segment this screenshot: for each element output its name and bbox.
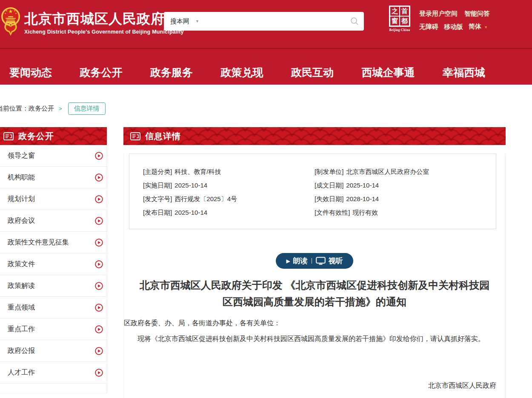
meta-label: [实施日期]	[143, 182, 172, 189]
nav-item[interactable]: 幸福西城	[443, 67, 485, 78]
sidebar-item[interactable]: 规划计划	[0, 188, 107, 210]
breadcrumb-current-chip[interactable]: 信息详情	[68, 102, 106, 115]
read-aloud-av-button[interactable]: ▶ 朗读 视听	[276, 253, 353, 269]
meta-value: 2025-10-14	[346, 182, 379, 189]
nav-item[interactable]: 政务服务	[150, 67, 193, 78]
search-icon	[350, 17, 359, 26]
sidebar-item[interactable]: 领导之窗	[0, 145, 107, 167]
meta-label: [发文字号]	[143, 195, 172, 202]
sidebar-item-label: 政策性文件意见征集	[8, 238, 69, 247]
document-paragraph: 现将《北京市西城区促进科技创新及中关村科技园区西城园高质量发展的若干措施》印发给…	[124, 334, 505, 344]
search-scope-select[interactable]: 搜本网 ▼	[170, 17, 199, 26]
sidebar-item-label: 机构职能	[8, 173, 35, 182]
meta-label: [文件有效性]	[315, 209, 350, 216]
cap-cell: 首	[400, 7, 409, 16]
meta-row: [发布日期]2025-10-14 [文件有效性]现行有效	[143, 206, 496, 219]
sidebar-item[interactable]: 政策性文件意见征集	[0, 232, 107, 253]
cap-cell: 之	[390, 7, 399, 16]
nav-item[interactable]: 西城企事通	[362, 67, 415, 78]
site-logo[interactable]: 北京市西城区人民政府 Xicheng District People's Gov…	[1, 6, 184, 37]
play-circle-icon	[95, 195, 103, 203]
quick-link[interactable]: 智能问答	[464, 9, 490, 17]
quick-links: 登录用户空间 智能问答 无障碍 移动版 简体 ▾	[419, 9, 490, 36]
meta-value: 北京市西城区人民政府办公室	[346, 168, 429, 175]
quick-link[interactable]: 移动版	[444, 23, 463, 31]
site-subtitle: Xicheng District People's Government of …	[24, 29, 184, 35]
sidebar-item[interactable]: 机构职能	[0, 167, 107, 188]
meta-value: 2028-10-14	[346, 195, 379, 202]
play-circle-icon	[95, 239, 103, 247]
meta-label: [失效日期]	[315, 195, 343, 202]
meta-cell-right: [文件有效性]现行有效	[315, 206, 496, 219]
cap-cell: 窗	[390, 17, 399, 26]
caret-down-icon: ▼	[195, 19, 199, 23]
sidebar-item[interactable]: 政策解读	[0, 275, 107, 297]
sidebar-item-label: 政府会议	[8, 216, 35, 225]
quick-link[interactable]: 无障碍	[419, 23, 438, 31]
language-select[interactable]: 简体 ▾	[469, 22, 487, 31]
nav-item[interactable]: 要闻动态	[9, 67, 52, 78]
caret-down-icon: ▾	[485, 25, 487, 29]
capital-window-logo[interactable]: 之 首 窗 都 Beijing-China	[388, 6, 411, 32]
capital-window-grid: 之 首 窗 都	[389, 6, 410, 27]
play-circle-icon	[95, 173, 103, 182]
meta-cell-left: [实施日期]2025-10-14	[143, 179, 315, 192]
sidebar-item[interactable]: 重点领域	[0, 297, 107, 318]
document-signature: 北京市西城区人民政府	[124, 381, 505, 390]
sidebar-item-label: 政策文件	[8, 260, 35, 269]
sidebar-item-label: 规划计划	[8, 195, 35, 204]
article-panel: 信息详情 [主题分类]科技、教育/科技 [制发单位]北京市西城区人民政府办公室	[123, 127, 506, 398]
play-circle-icon	[95, 260, 103, 268]
button-divider	[312, 258, 312, 264]
capital-window-caption: Beijing-China	[388, 28, 411, 32]
quick-link[interactable]: 登录用户空间	[419, 9, 458, 17]
document-title: 北京市西城区人民政府关于印发 《北京市西城区促进科技创新及中关村科技园区西城园高…	[136, 277, 493, 310]
meta-cell-right: [制发单位]北京市西城区人民政府办公室	[315, 165, 496, 179]
meta-row: [发文字号]西行规发〔2025〕4号 [失效日期]2028-10-14	[143, 192, 496, 206]
play-circle-icon	[95, 304, 103, 312]
meta-cell-left: [发布日期]2025-10-14	[143, 206, 315, 219]
meta-value: 2025-10-14	[174, 182, 207, 189]
sidebar-item-label: 重点领域	[8, 303, 35, 312]
search-scope-label: 搜本网	[170, 17, 189, 26]
sidebar-item[interactable]: 政策文件	[0, 253, 107, 275]
meta-label: [主题分类]	[143, 168, 172, 175]
sidebar-item-label: 领导之窗	[8, 151, 35, 160]
nav-item[interactable]: 政民互动	[291, 67, 334, 78]
site-title: 北京市西城区人民政府	[24, 11, 184, 26]
document-salutation: 区政府各委、办、局，各街道办事处，各有关单位：	[124, 318, 505, 328]
search-input[interactable]	[199, 12, 349, 31]
meta-row: [实施日期]2025-10-14 [成文日期]2025-10-14	[143, 179, 496, 192]
sidebar-item-label: 政府公报	[8, 347, 35, 355]
sidebar-item[interactable]: 重点工作	[0, 318, 107, 340]
sidebar-item[interactable]: 人才工作	[0, 362, 107, 384]
play-circle-icon	[95, 152, 103, 160]
meta-value: 现行有效	[352, 209, 378, 216]
cap-cell: 都	[400, 17, 409, 26]
sidebar: 政务公开 领导之窗 机构职能	[0, 127, 107, 393]
audio-visual-label: 视听	[329, 256, 343, 266]
breadcrumb-section-link[interactable]: 政务公开	[29, 105, 54, 113]
nav-item[interactable]: 政务公开	[80, 67, 123, 78]
sidebar-title: 政务公开	[18, 131, 54, 142]
play-circle-icon	[95, 282, 103, 290]
national-emblem-icon	[1, 6, 20, 37]
sidebar-item[interactable]: 政府公报	[0, 340, 107, 362]
breadcrumb-prefix: 当前位置：	[0, 105, 29, 113]
meta-row: [主题分类]科技、教育/科技 [制发单位]北京市西城区人民政府办公室	[143, 165, 496, 179]
meta-cell-right: [失效日期]2028-10-14	[315, 192, 496, 206]
meta-cell-right: [成文日期]2025-10-14	[315, 179, 496, 192]
breadcrumb-separator-icon: >	[59, 105, 62, 112]
sidebar-list: 领导之窗 机构职能	[0, 145, 107, 384]
sidebar-item[interactable]: 政府会议	[0, 210, 107, 232]
search-button[interactable]	[349, 15, 360, 27]
site-header: 北京市西城区人民政府 Xicheng District People's Gov…	[0, 0, 532, 48]
meta-cell-left: [发文字号]西行规发〔2025〕4号	[143, 192, 315, 206]
play-circle-icon	[95, 369, 103, 377]
nav-item[interactable]: 政策兑现	[221, 67, 263, 78]
play-circle-icon	[95, 217, 103, 225]
sidebar-header: 政务公开	[0, 127, 107, 145]
sidebar-item-label: 人才工作	[8, 368, 35, 377]
meta-cell-left: [主题分类]科技、教育/科技	[143, 165, 315, 179]
main-nav: 要闻动态 政务公开 政务服务 政策兑现 政民互动 西城企事通 幸福西城	[0, 48, 532, 85]
